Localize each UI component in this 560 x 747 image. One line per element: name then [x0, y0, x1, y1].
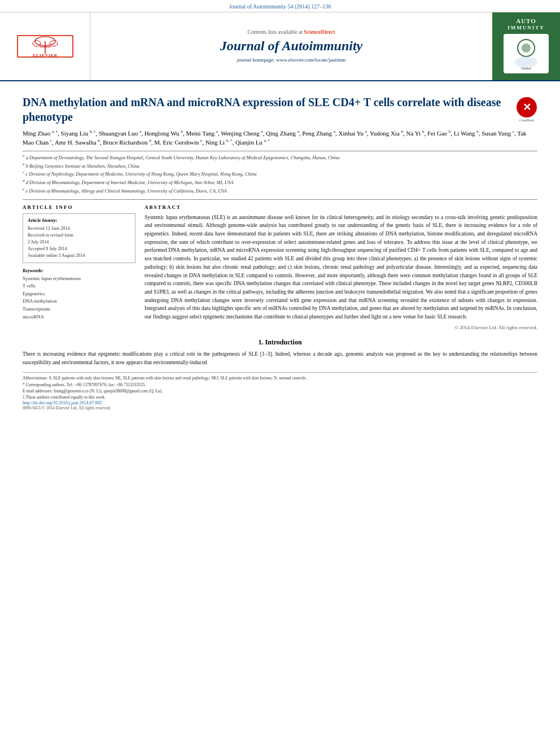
svg-text:Journal: Journal: [521, 67, 531, 70]
revised-date: 2 July 2014: [28, 239, 130, 246]
abstract-text: Systemic lupus erythematosus (SLE) is an…: [145, 213, 537, 321]
article-info-heading: ARTICLE INFO: [23, 204, 135, 210]
introduction-text: There is increasing evidence that epigen…: [23, 350, 537, 366]
affil-b: b b Beijing Genomics Institute at Shenzh…: [23, 162, 537, 170]
corresponding-footnote: * Corresponding authors. Tel.: +86 13787…: [23, 382, 537, 388]
journal-homepage: journal homepage: www.elsevier.com/locat…: [237, 57, 345, 63]
svg-text:ELSEVIER: ELSEVIER: [33, 53, 57, 57]
intro-title: 1. Introduction: [23, 338, 537, 347]
autoimmunity-badge: AUTO IMMUNITY: [497, 17, 555, 32]
affiliations-section: a a Department of Dermatology, The Secon…: [23, 151, 537, 195]
received-date: Received 12 June 2014: [28, 225, 130, 232]
article-title: DNA methylation and mRNA and microRNA ex…: [23, 95, 516, 124]
journal-ref-text: Journal of Autoimmunity 54 (2014) 127–13…: [229, 3, 331, 10]
keyword-2: T cells: [23, 282, 135, 290]
keywords-section: Keywords: Systemic lupus erythematosus T…: [23, 268, 135, 321]
divider: [23, 199, 537, 200]
keyword-4: DNA methylation: [23, 298, 135, 305]
journal-main-title: Journal of Autoimmunity: [220, 38, 363, 54]
accepted-date: Accepted 8 July 2014: [28, 246, 130, 252]
abstract-heading: ABSTRACT: [145, 204, 537, 210]
crossmark-icon: ✕: [517, 97, 537, 117]
authors-line: Ming Zhao a, 1, Siyang Liu b, 1, Shuangy…: [23, 129, 537, 147]
article-title-section: DNA methylation and mRNA and microRNA ex…: [23, 95, 537, 124]
crossmark-badge: ✕ CrossMark: [516, 95, 537, 122]
journal-header: ELSEVIER Contents lists available at Sci…: [0, 12, 560, 81]
affil-c: c c Division of Nephrology, Department o…: [23, 170, 537, 178]
keyword-6: microRNA: [23, 313, 135, 321]
article-info-box: Article history: Received 12 June 2014 R…: [23, 213, 135, 263]
affil-e: e e Division of Rheumatology, Allergy an…: [23, 187, 537, 195]
keywords-label: Keywords:: [23, 268, 135, 273]
history-label: Article history:: [28, 217, 130, 223]
abbreviations-footnote: Abbreviations: S, SLE patients with only…: [23, 375, 537, 381]
keyword-3: Epigenetics: [23, 290, 135, 298]
received-revised-label: Received in revised form: [28, 232, 130, 239]
two-column-section: ARTICLE INFO Article history: Received 1…: [23, 204, 537, 330]
journal-title-area: Contents lists available at ScienceDirec…: [90, 12, 492, 80]
svg-point-9: [515, 56, 537, 68]
affil-a: a a Department of Dermatology, The Secon…: [23, 154, 537, 161]
left-column: ARTICLE INFO Article history: Received 1…: [23, 204, 135, 330]
doi-link[interactable]: http://dx.doi.org/10.1016/j.jaut.2014.07…: [23, 400, 537, 405]
right-column: ABSTRACT Systemic lupus erythematosus (S…: [145, 204, 537, 330]
autoimmunity-logo-image: Journal: [504, 34, 549, 73]
affil-d: d d Division of Rheumatology, Department…: [23, 178, 537, 186]
journal-ref-bar: Journal of Autoimmunity 54 (2014) 127–13…: [0, 0, 560, 12]
footnotes-section: Abbreviations: S, SLE patients with only…: [23, 372, 537, 410]
sciencedirect-text: Contents lists available at ScienceDirec…: [248, 29, 335, 35]
email-footnote: E-mail addresses: lining@genomics.cn (N.…: [23, 388, 537, 394]
crossmark-label: CrossMark: [519, 119, 535, 122]
sciencedirect-link[interactable]: ScienceDirect: [304, 29, 335, 35]
elsevier-logo: ELSEVIER: [17, 35, 73, 58]
paper-content: DNA methylation and mRNA and microRNA ex…: [0, 81, 560, 416]
issn-text: 0896-8411/© 2014 Elsevier Ltd. All right…: [23, 405, 537, 410]
copyright-line: © 2014 Elsevier Ltd. All rights reserved…: [145, 325, 537, 330]
equal-contrib-footnote: 1 These authors contributed equally to t…: [23, 394, 537, 400]
keyword-1: Systemic lupus erythematosus: [23, 275, 135, 283]
keyword-5: Transcriptome: [23, 305, 135, 313]
autoimmunity-logo-area: AUTO IMMUNITY Journal: [492, 12, 560, 80]
elsevier-logo-area: ELSEVIER: [0, 12, 90, 80]
available-date: Available online 3 August 2014: [28, 252, 130, 259]
svg-point-8: [522, 43, 531, 53]
introduction-section: 1. Introduction: [23, 338, 537, 347]
